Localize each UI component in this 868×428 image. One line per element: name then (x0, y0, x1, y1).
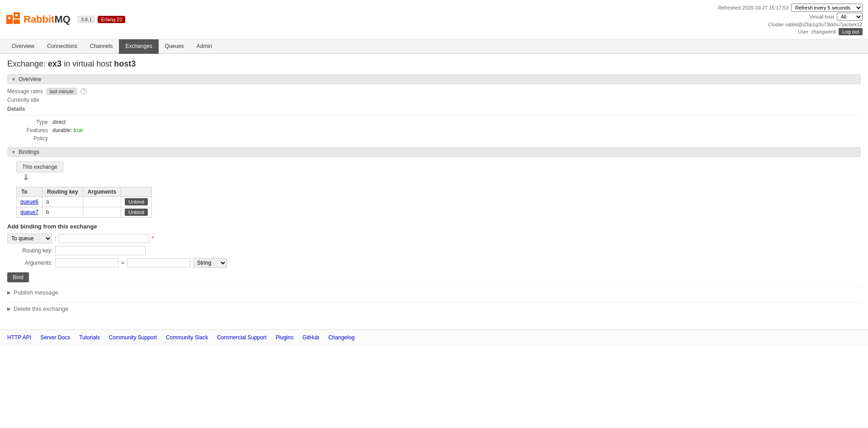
vhost-select[interactable]: All host3 (837, 13, 863, 21)
cluster-value: rabbit@iZbp1g3u73kkhu7jacbek1Z (785, 22, 863, 27)
main-content: Exchange: ex3 in virtual host host3 ▼ Ov… (0, 54, 868, 320)
refresh-row: Refreshed 2020-10-27 15:17:53 Refresh ev… (718, 4, 863, 12)
footer-link-plugins[interactable]: Plugins (276, 334, 293, 341)
queue6-link[interactable]: queue6 (20, 199, 38, 205)
required-star: * (152, 235, 154, 242)
binding-actions-1: Unbind (121, 197, 152, 207)
user-row: User zhangwenli Log out (718, 28, 863, 35)
table-row: queue6 a Unbind (17, 197, 152, 207)
page-title: Exchange: ex3 in virtual host host3 (7, 59, 861, 69)
footer: HTTP API Server Docs Tutorials Community… (0, 329, 868, 345)
delete-exchange-header[interactable]: ▶ Delete this exchange (7, 302, 861, 315)
message-rates-label: Message rates (7, 88, 43, 95)
features-text: durable: (52, 127, 72, 133)
user-label: User (798, 29, 808, 34)
routing-key-row: Routing key: (7, 246, 861, 255)
colon-separator: : (55, 235, 56, 242)
binding-to-queue6: queue6 (17, 197, 42, 207)
publish-message-header[interactable]: ▶ Publish message (7, 286, 861, 299)
title-mid: in virtual host (64, 59, 112, 68)
svg-rect-4 (15, 14, 18, 16)
type-value: direct (52, 119, 66, 125)
delete-chevron-icon: ▶ (7, 306, 11, 311)
version-info: 3.8.1 Erlang 22 (78, 16, 126, 23)
to-queue-row: To queue To exchange : * (7, 233, 861, 243)
routing-key-label: Routing key: (7, 247, 52, 254)
features-label: Features (7, 127, 52, 133)
vhost-row: Virtual host All host3 (718, 13, 863, 21)
policy-row: Policy (7, 134, 861, 143)
rates-time-badge: last minute (47, 88, 77, 95)
unbind-queue6-button[interactable]: Unbind (125, 198, 148, 205)
bindings-section-label: Bindings (19, 149, 39, 155)
idle-text: Currently idle (7, 97, 861, 103)
bindings-table-header-row: To Routing key Arguments (17, 187, 152, 197)
arrow-down-icon: ⇓ (23, 173, 29, 181)
overview-section-label: Overview (19, 76, 41, 82)
vhost-label: Virtual host (809, 14, 834, 19)
footer-link-community-slack[interactable]: Community Slack (166, 334, 208, 341)
publish-chevron-icon: ▶ (7, 290, 11, 295)
svg-rect-0 (6, 15, 13, 24)
type-label: Type (7, 119, 52, 125)
routing-key-input[interactable] (55, 246, 146, 255)
overview-section-header[interactable]: ▼ Overview (7, 74, 861, 84)
queue7-link[interactable]: queue7 (20, 209, 38, 215)
bindings-table: To Routing key Arguments queue6 a Unbind… (16, 187, 152, 218)
footer-link-changelog[interactable]: Changelog (328, 334, 354, 341)
refresh-select[interactable]: Refresh every 5 seconds Refresh every 10… (791, 4, 863, 12)
footer-link-commercial-support[interactable]: Commercial Support (217, 334, 266, 341)
this-exchange-box: This exchange (16, 162, 63, 172)
erlang-badge: Erlang 22 (98, 16, 125, 23)
to-queue-input[interactable] (59, 234, 149, 243)
nav-item-connections[interactable]: Connections (41, 39, 84, 54)
features-value: durable: true (52, 127, 83, 133)
features-row: Features durable: true (7, 126, 861, 134)
nav-item-overview[interactable]: Overview (5, 39, 41, 54)
arguments-key-input[interactable] (55, 258, 118, 267)
detail-table: Type direct Features durable: true Polic… (7, 118, 861, 143)
details-label: Details (7, 106, 861, 112)
header: RabbitMQ 3.8.1 Erlang 22 Refreshed 2020-… (0, 0, 868, 39)
footer-link-community-support[interactable]: Community Support (109, 334, 157, 341)
message-rates-row: Message rates last minute ? (7, 88, 861, 95)
host-name: host3 (114, 59, 136, 68)
binding-routing-key-a: a (42, 197, 83, 207)
version-badge: 3.8.1 (78, 16, 95, 23)
svg-rect-2 (14, 19, 20, 24)
help-icon[interactable]: ? (80, 88, 87, 95)
footer-link-github[interactable]: GitHub (302, 334, 319, 341)
logo-text: RabbitMQ (24, 14, 71, 25)
overview-chevron-icon: ▼ (11, 77, 16, 82)
overview-section-body: Message rates last minute ? Currently id… (7, 88, 861, 143)
svg-rect-3 (8, 17, 10, 19)
footer-link-http-api[interactable]: HTTP API (7, 334, 31, 341)
arguments-value-input[interactable] (127, 258, 190, 267)
col-arguments: Arguments (83, 187, 121, 197)
add-binding-section: Add binding from this exchange To queue … (7, 223, 861, 282)
bind-button[interactable]: Bind (7, 272, 29, 282)
nav-item-admin[interactable]: Admin (190, 39, 218, 54)
add-binding-title: Add binding from this exchange (7, 223, 861, 230)
binding-routing-key-b: b (42, 207, 83, 218)
col-routing-key: Routing key (42, 187, 83, 197)
cluster-row: Cluster rabbit@iZbp1g3u73kkhu7jacbek1Z (718, 22, 863, 27)
header-right: Refreshed 2020-10-27 15:17:53 Refresh ev… (718, 4, 863, 35)
nav-item-queues[interactable]: Queues (159, 39, 190, 54)
logout-button[interactable]: Log out (839, 28, 863, 35)
logo: RabbitMQ 3.8.1 Erlang 22 (5, 11, 125, 28)
binding-arguments-1 (83, 197, 121, 207)
title-prefix: Exchange: (7, 59, 46, 68)
binding-to-queue7: queue7 (17, 207, 42, 218)
nav-item-exchanges[interactable]: Exchanges (119, 39, 158, 54)
footer-link-tutorials[interactable]: Tutorials (79, 334, 100, 341)
to-queue-select[interactable]: To queue To exchange (7, 233, 52, 243)
footer-link-server-docs[interactable]: Server Docs (40, 334, 70, 341)
bindings-section-header[interactable]: ▼ Bindings (7, 147, 861, 157)
arg-type-select[interactable]: String Number Boolean (193, 258, 227, 268)
refreshed-label: Refreshed 2020-10-27 15:17:53 (718, 5, 788, 10)
binding-actions-2: Unbind (121, 207, 152, 218)
binding-arguments-2 (83, 207, 121, 218)
unbind-queue7-button[interactable]: Unbind (125, 209, 148, 216)
nav-item-channels[interactable]: Channels (84, 39, 119, 54)
